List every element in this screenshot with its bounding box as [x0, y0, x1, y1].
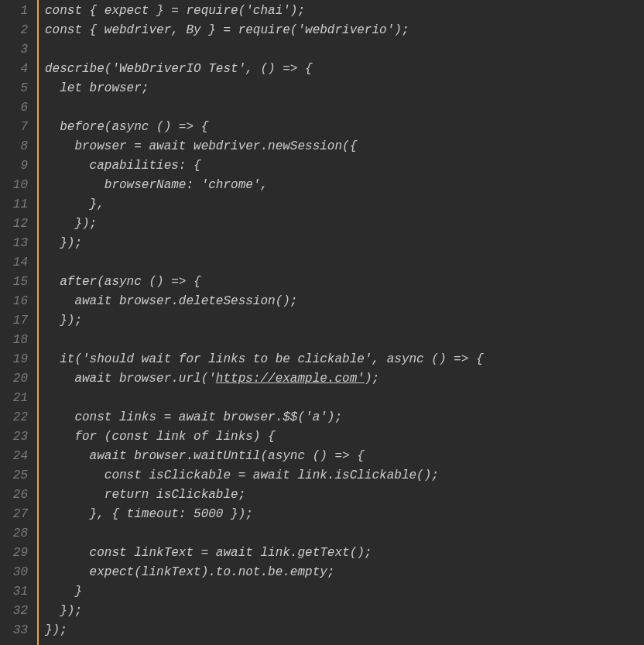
line-number: 2	[0, 21, 28, 40]
line-number: 28	[0, 524, 28, 544]
code-line[interactable]: },	[45, 195, 644, 214]
code-line[interactable]: browser = await webdriver.newSession({	[45, 137, 644, 156]
line-number: 27	[0, 505, 28, 524]
line-number: 9	[0, 156, 28, 176]
code-line[interactable]: await browser.url('https://example.com')…	[45, 369, 644, 389]
code-line[interactable]: await browser.waitUntil(async () => {	[45, 447, 644, 466]
line-number: 7	[0, 118, 28, 137]
line-number: 18	[0, 331, 28, 350]
code-line[interactable]: it('should wait for links to be clickabl…	[45, 350, 644, 369]
line-number: 6	[0, 98, 28, 118]
url-link[interactable]: https://example.com'	[216, 372, 365, 386]
line-number: 30	[0, 563, 28, 582]
line-number-gutter: 1 2 3 4 5 6 7 8 9 10 11 12 13 14 15 16 1…	[0, 0, 37, 645]
code-line[interactable]	[45, 524, 644, 544]
line-number: 13	[0, 234, 28, 253]
code-line[interactable]: const isClickable = await link.isClickab…	[45, 466, 644, 485]
code-line[interactable]	[45, 331, 644, 350]
line-number: 22	[0, 408, 28, 427]
line-number: 21	[0, 389, 28, 408]
code-line[interactable]: });	[45, 234, 644, 253]
code-line[interactable]: before(async () => {	[45, 118, 644, 137]
line-number: 17	[0, 311, 28, 331]
code-line[interactable]: });	[45, 311, 644, 331]
code-line[interactable]: return isClickable;	[45, 485, 644, 505]
line-number: 24	[0, 447, 28, 466]
code-line[interactable]: describe('WebDriverIO Test', () => {	[45, 60, 644, 79]
code-line[interactable]	[45, 389, 644, 408]
code-line[interactable]: capabilities: {	[45, 156, 644, 176]
line-number: 1	[0, 2, 28, 21]
code-line[interactable]	[45, 40, 644, 60]
code-line[interactable]: });	[45, 602, 644, 621]
line-number: 26	[0, 485, 28, 505]
line-number: 33	[0, 621, 28, 640]
code-line[interactable]	[45, 98, 644, 118]
line-number: 32	[0, 602, 28, 621]
code-line[interactable]: }, { timeout: 5000 });	[45, 505, 644, 524]
code-line[interactable]: const { webdriver, By } = require('webdr…	[45, 21, 644, 40]
code-editor[interactable]: 1 2 3 4 5 6 7 8 9 10 11 12 13 14 15 16 1…	[0, 0, 644, 645]
code-line[interactable]: for (const link of links) {	[45, 427, 644, 447]
line-number: 5	[0, 79, 28, 98]
code-line[interactable]: expect(linkText).to.not.be.empty;	[45, 563, 644, 582]
code-line[interactable]	[45, 253, 644, 273]
line-number: 10	[0, 176, 28, 195]
code-line[interactable]: let browser;	[45, 79, 644, 98]
code-line[interactable]: });	[45, 621, 644, 640]
line-number: 19	[0, 350, 28, 369]
line-number: 15	[0, 273, 28, 292]
line-number: 14	[0, 253, 28, 273]
line-number: 29	[0, 544, 28, 563]
line-number: 20	[0, 369, 28, 389]
code-line[interactable]: const linkText = await link.getText();	[45, 544, 644, 563]
code-line[interactable]: });	[45, 214, 644, 234]
line-number: 12	[0, 214, 28, 234]
code-line[interactable]: after(async () => {	[45, 273, 644, 292]
line-number: 11	[0, 195, 28, 214]
code-line[interactable]: const links = await browser.$$('a');	[45, 408, 644, 427]
code-line[interactable]: const { expect } = require('chai');	[45, 2, 644, 21]
line-number: 3	[0, 40, 28, 60]
code-line[interactable]: browserName: 'chrome',	[45, 176, 644, 195]
code-line[interactable]: }	[45, 582, 644, 602]
code-line[interactable]: await browser.deleteSession();	[45, 292, 644, 311]
line-number: 8	[0, 137, 28, 156]
line-number: 4	[0, 60, 28, 79]
line-number: 23	[0, 427, 28, 447]
line-number: 16	[0, 292, 28, 311]
code-content[interactable]: const { expect } = require('chai'); cons…	[37, 0, 644, 645]
line-number: 25	[0, 466, 28, 485]
line-number: 31	[0, 582, 28, 602]
